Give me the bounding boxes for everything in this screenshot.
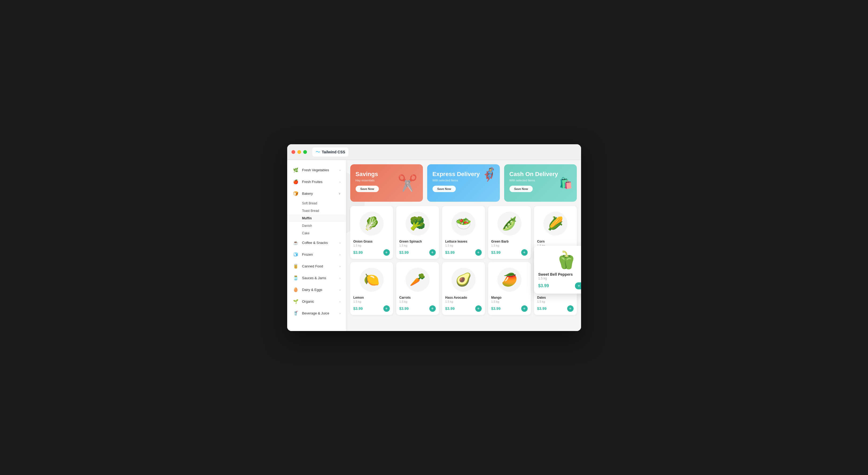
product-name-hass-avocado: Hass Avocado: [445, 296, 482, 299]
bakery-submenu: Soft Bread Toast Bread Muffin Danish Cak…: [287, 199, 346, 237]
product-price-row-lettuce: $3.99 +: [445, 249, 482, 256]
product-card-green-barb: 🫛 Green Barb 1.5 kg $3.99 +: [488, 206, 531, 259]
logo-wave-icon: 〜: [315, 149, 320, 155]
sidebar-item-canned-food[interactable]: 🥫 Canned Food ›: [287, 260, 346, 272]
product-price-onion-grass: $3.99: [353, 250, 363, 255]
arrow-icon-coffee-snacks: ›: [340, 241, 341, 245]
cart-price-row: $3.99 + 12 −: [538, 282, 581, 289]
product-price-lettuce: $3.99: [445, 250, 455, 255]
sidebar-label-fresh-vegetables: Fresh Vegetables: [302, 168, 340, 172]
add-btn-green-spinach[interactable]: +: [429, 249, 436, 256]
product-card-lettuce: 🥗 Lettuce leaves 1.5 kg $3.99 +: [442, 206, 485, 259]
arrow-icon-fresh-vegetables: ›: [340, 168, 341, 172]
green-barb-emoji: 🫛: [497, 212, 522, 235]
product-price-green-barb: $3.99: [491, 250, 501, 255]
avocado-emoji: 🥑: [452, 268, 475, 292]
sidebar-label-frozen: Frozen: [302, 252, 340, 256]
app-content: 🌿 Fresh Vegetables › 🍎 Fresh Fruites › 🍞…: [287, 160, 581, 331]
scissors-decoration: ✂️: [398, 173, 417, 192]
traffic-light-green[interactable]: [303, 150, 307, 154]
product-name-carrots: Carrots: [399, 296, 436, 299]
product-price-row-lemon: $3.99 +: [353, 305, 390, 312]
add-btn-onion-grass[interactable]: +: [383, 249, 390, 256]
traffic-light-yellow[interactable]: [297, 150, 301, 154]
arrow-icon-fresh-fruits: ›: [340, 180, 341, 184]
sidebar-label-fresh-fruits: Fresh Fruites: [302, 180, 340, 184]
add-btn-green-barb[interactable]: +: [521, 249, 528, 256]
banner-delivery-btn[interactable]: Save Now: [433, 186, 456, 192]
product-img-lettuce: 🥗: [445, 210, 482, 237]
product-img-corn: 🌽: [537, 210, 574, 237]
canned-food-icon: 🥫: [292, 263, 299, 270]
cart-price: $3.99: [538, 283, 549, 288]
product-price-row-green-spinach: $3.99 +: [399, 249, 436, 256]
green-spinach-emoji: 🥦: [406, 212, 430, 235]
product-img-green-barb: 🫛: [491, 210, 528, 237]
product-card-hass-avocado: 🥑 Hass Avocado 1.5 kg $3.99 +: [442, 262, 485, 315]
product-name-corn: Corn: [537, 240, 574, 243]
sidebar-item-sauces-jams[interactable]: 🫙 Sauces & Jams ›: [287, 272, 346, 284]
sidebar-item-fresh-vegetables[interactable]: 🌿 Fresh Vegetables ›: [287, 164, 346, 176]
product-price-row-onion-grass: $3.99 +: [353, 249, 390, 256]
banner-savings-btn[interactable]: Save Now: [355, 186, 379, 192]
sidebar-item-coffee-snacks[interactable]: ☕ Coffee & Snacks ›: [287, 237, 346, 249]
traffic-light-red[interactable]: [291, 150, 295, 154]
onion-grass-emoji: 🥬: [360, 212, 384, 235]
submenu-item-muffin[interactable]: Muffin: [287, 215, 346, 222]
product-img-green-spinach: 🥦: [399, 210, 436, 237]
submenu-item-soft-bread[interactable]: Soft Bread: [287, 199, 346, 207]
submenu-item-danish[interactable]: Danish: [287, 222, 346, 229]
banners-row: Savings Hay essentials Save Now ✂️ Expre…: [350, 164, 577, 202]
arrow-icon-organic: ›: [340, 300, 341, 303]
product-price-row-dates: $3.99 +: [537, 305, 574, 312]
arrow-icon-frozen: ›: [340, 253, 341, 256]
product-name-lemon: Lemon: [353, 296, 390, 299]
sidebar-item-bakery[interactable]: 🍞 Bakery ∨: [287, 188, 346, 199]
sidebar-item-organic[interactable]: 🌱 Organic ›: [287, 296, 346, 308]
product-name-lettuce: Lettuce leaves: [445, 240, 482, 243]
dairy-eggs-icon: 🥚: [292, 287, 299, 293]
add-btn-lemon[interactable]: +: [383, 305, 390, 312]
add-btn-hass-avocado[interactable]: +: [475, 305, 482, 312]
main-content: Savings Hay essentials Save Now ✂️ Expre…: [346, 160, 581, 331]
product-img-hass-avocado: 🥑: [445, 266, 482, 293]
product-name-mango: Mango: [491, 296, 528, 299]
product-weight-onion-grass: 1.5 kg: [353, 244, 390, 247]
sidebar-item-beverage-juice[interactable]: 🥤 Beverage & Juice ›: [287, 308, 346, 319]
frozen-icon: 🧊: [292, 251, 299, 258]
add-btn-carrots[interactable]: +: [429, 305, 436, 312]
submenu-item-cake[interactable]: Cake: [287, 229, 346, 237]
corn-emoji: 🌽: [544, 212, 567, 235]
add-btn-dates[interactable]: +: [567, 305, 574, 312]
product-card-carrots: 🥕 Carrots 1.5 kg $3.99 +: [396, 262, 439, 315]
banner-cod-btn[interactable]: Save Now: [509, 186, 533, 192]
arrow-icon-dairy-eggs: ›: [340, 288, 341, 291]
mango-emoji: 🥭: [497, 268, 522, 292]
arrow-icon-canned-food: ›: [340, 265, 341, 268]
submenu-item-toast-bread[interactable]: Toast Bread: [287, 207, 346, 215]
cart-add-btn[interactable]: +: [578, 283, 580, 288]
browser-window: 〜 Tailwind CSS 🌿 Fresh Vegetables › 🍎 Fr…: [287, 144, 581, 331]
product-name-dates: Dates: [537, 296, 574, 299]
product-card-lemon: 🍋 Lemon 1.5 kg $3.99 +: [350, 262, 393, 315]
sidebar-item-dairy-eggs[interactable]: 🥚 Dairy & Eggs ›: [287, 284, 346, 296]
add-btn-mango[interactable]: +: [521, 305, 528, 312]
product-price-row-green-barb: $3.99 +: [491, 249, 528, 256]
lemon-emoji: 🍋: [360, 268, 384, 292]
product-weight-hass-avocado: 1.5 kg: [445, 300, 482, 303]
sidebar-item-fresh-fruits[interactable]: 🍎 Fresh Fruites ›: [287, 176, 346, 188]
product-price-dates: $3.99: [537, 307, 547, 311]
cart-popup: 🫑 Sweet Bell Peppers 1.5 kg $3.99 + 12 −: [534, 246, 581, 294]
cart-product-weight: 1.5 kg: [538, 277, 581, 280]
sidebar-label-beverage-juice: Beverage & Juice: [302, 311, 340, 315]
product-card-green-spinach: 🥦 Green Spinach 1.5 kg $3.99 +: [396, 206, 439, 259]
sidebar-label-coffee-snacks: Coffee & Snacks: [302, 241, 340, 245]
product-card-mango: 🥭 Mango 1.5 kg $3.99 +: [488, 262, 531, 315]
add-btn-lettuce[interactable]: +: [475, 249, 482, 256]
product-name-green-spinach: Green Spinach: [399, 240, 436, 243]
product-weight-green-spinach: 1.5 kg: [399, 244, 436, 247]
banner-cod: Cash On Delivery With selected Items Sav…: [504, 164, 577, 202]
sidebar-item-frozen[interactable]: 🧊 Frozen ›: [287, 249, 346, 260]
browser-titlebar: 〜 Tailwind CSS: [287, 144, 581, 160]
sidebar-label-organic: Organic: [302, 299, 340, 304]
